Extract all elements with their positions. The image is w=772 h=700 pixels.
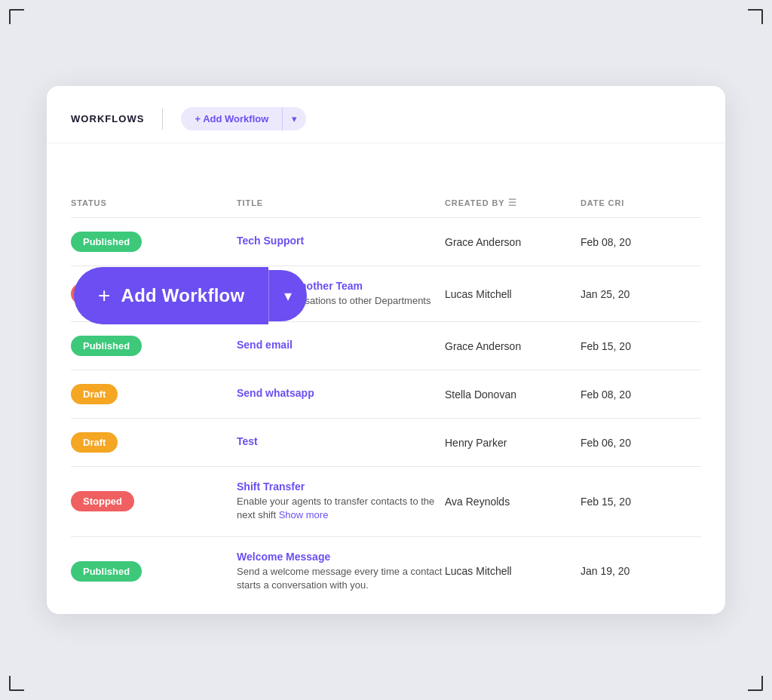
status-badge: Published (71, 232, 142, 252)
created-by-cell: Henry Parker (445, 437, 581, 449)
col-created-by[interactable]: CREATED BY ☰ (445, 198, 581, 208)
title-cell: Welcome Message Send a welcome message e… (237, 551, 445, 592)
plus-icon: + (98, 284, 111, 308)
status-badge: Published (71, 561, 142, 582)
workflow-name[interactable]: Send email (237, 339, 445, 351)
date-cell: Jan 25, 20 (581, 288, 701, 300)
title-cell: Send whatsapp (237, 387, 445, 401)
table-row: Draft Send whatsapp Stella Donovan Feb 0… (71, 370, 701, 419)
workflow-name[interactable]: Shift Transfer (237, 480, 445, 493)
title-cell: Tech Support (237, 235, 445, 249)
floating-add-workflow: + Add Workflow ▾ (74, 267, 307, 324)
header-add-dropdown-btn[interactable]: ▾ (282, 107, 306, 130)
workflow-name[interactable]: Tech Support (237, 235, 445, 247)
date-cell: Feb 08, 20 (581, 236, 701, 248)
table-row: Published Send email Grace Anderson Feb … (71, 322, 701, 370)
main-card: WORKFLOWS + Add Workflow ▾ + Add Workflo… (47, 86, 725, 614)
title-cell: Test (237, 435, 445, 450)
status-cell: Draft (71, 432, 237, 453)
table-row: Published Welcome Message Send a welcome… (71, 537, 701, 606)
created-by-cell: Grace Anderson (445, 236, 581, 248)
table-row: Draft Test Henry Parker Feb 06, 20 (71, 419, 701, 467)
col-date: DATE CRI (581, 198, 701, 208)
floating-dropdown-btn[interactable]: ▾ (268, 270, 307, 321)
status-cell: Published (71, 561, 237, 582)
title-cell: Send email (237, 339, 445, 353)
status-cell: Published (71, 336, 237, 356)
table-row: Stopped Shift Transfer Enable your agent… (71, 467, 701, 536)
status-badge: Stopped (71, 491, 134, 511)
title-cell: Shift Transfer Enable your agents to tra… (237, 480, 445, 522)
table-row: Published Tech Support Grace Anderson Fe… (71, 218, 701, 266)
status-badge: Published (71, 336, 142, 356)
workflows-table: STATUS TITLE CREATED BY ☰ DATE CRI Publi… (47, 189, 725, 606)
table-header: STATUS TITLE CREATED BY ☰ DATE CRI (71, 189, 701, 218)
created-by-cell: Ava Reynolds (445, 496, 581, 508)
created-by-cell: Lucas Mitchell (445, 288, 581, 300)
header-divider (162, 109, 163, 130)
workflow-name[interactable]: Test (237, 435, 445, 447)
col-status: STATUS (71, 198, 237, 208)
date-cell: Feb 06, 20 (581, 437, 701, 449)
header-add-workflow-btn[interactable]: + Add Workflow ▾ (181, 107, 306, 130)
header: WORKFLOWS + Add Workflow ▾ (47, 86, 725, 143)
status-badge: Draft (71, 384, 118, 404)
workflow-name[interactable]: Welcome Message (237, 551, 445, 563)
workflow-desc: Enable your agents to transfer contacts … (237, 495, 445, 522)
date-cell: Feb 15, 20 (581, 496, 701, 508)
status-badge: Draft (71, 432, 118, 453)
page-title: WORKFLOWS (71, 113, 144, 124)
header-add-main-btn[interactable]: + Add Workflow (181, 107, 282, 130)
created-by-cell: Stella Donovan (445, 388, 581, 401)
status-cell: Stopped (71, 491, 237, 511)
status-cell: Draft (71, 384, 237, 404)
filter-icon[interactable]: ☰ (508, 198, 517, 208)
floating-btn-label: Add Workflow (121, 285, 245, 306)
date-cell: Jan 19, 20 (581, 565, 701, 577)
date-cell: Feb 15, 20 (581, 340, 701, 352)
workflow-name[interactable]: Send whatsapp (237, 387, 445, 399)
created-by-cell: Lucas Mitchell (445, 565, 581, 577)
show-more-link[interactable]: Show more (279, 509, 329, 520)
col-title: TITLE (237, 198, 445, 208)
workflow-desc: Send a welcome message every time a cont… (237, 565, 445, 592)
floating-add-main-btn[interactable]: + Add Workflow (74, 267, 268, 324)
status-cell: Published (71, 232, 237, 252)
created-by-cell: Grace Anderson (445, 340, 581, 352)
date-cell: Feb 08, 20 (581, 388, 701, 401)
